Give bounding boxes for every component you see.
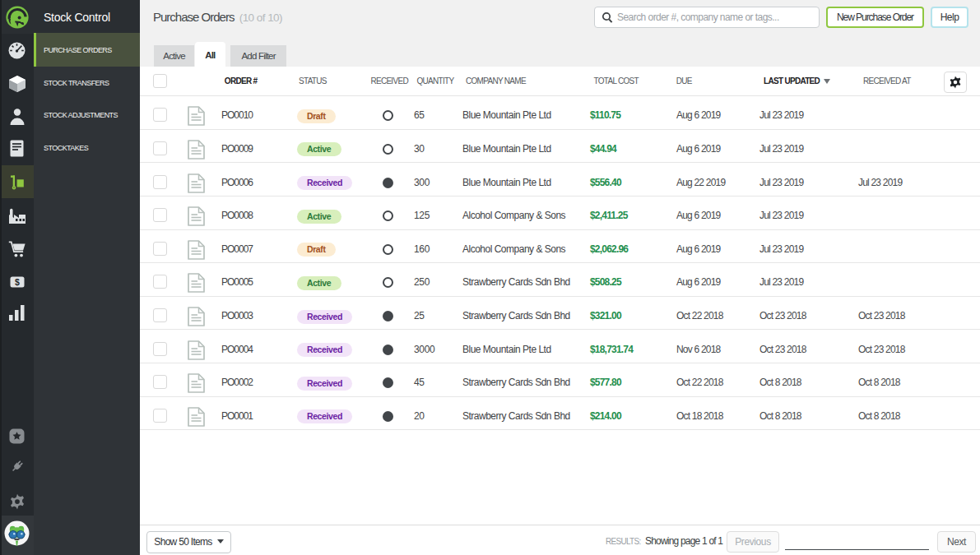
svg-text:$: $ — [15, 277, 20, 287]
